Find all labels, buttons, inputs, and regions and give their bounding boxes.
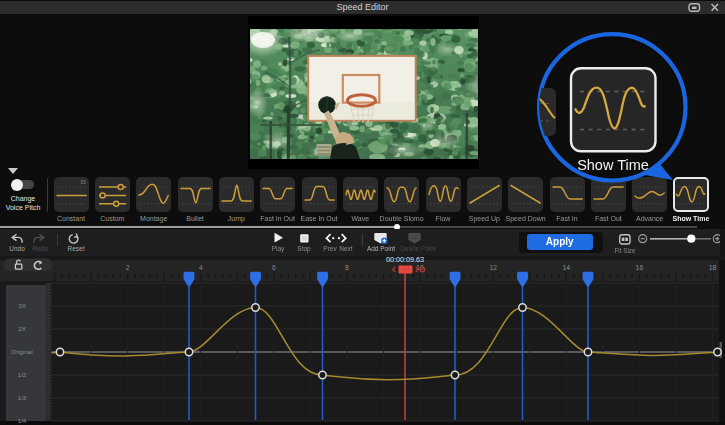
svg-text:14: 14	[563, 264, 571, 271]
svg-text:1/2: 1/2	[18, 371, 27, 378]
svg-text:12: 12	[489, 264, 497, 271]
svg-text:2: 2	[126, 264, 130, 271]
svg-text:18: 18	[709, 264, 717, 271]
svg-text:00:00:09.63: 00:00:09.63	[386, 256, 424, 264]
svg-text:2X: 2X	[18, 325, 26, 332]
svg-text:6: 6	[272, 264, 276, 271]
svg-text:16: 16	[636, 264, 644, 271]
svg-text:Original: Original	[11, 348, 32, 355]
svg-text:4: 4	[199, 264, 203, 271]
svg-text:1/4: 1/4	[18, 417, 27, 424]
svg-text:Show Time: Show Time	[577, 157, 649, 173]
svg-text:8: 8	[345, 264, 349, 271]
svg-text:3X: 3X	[18, 302, 26, 309]
svg-text:1/3: 1/3	[18, 394, 27, 401]
